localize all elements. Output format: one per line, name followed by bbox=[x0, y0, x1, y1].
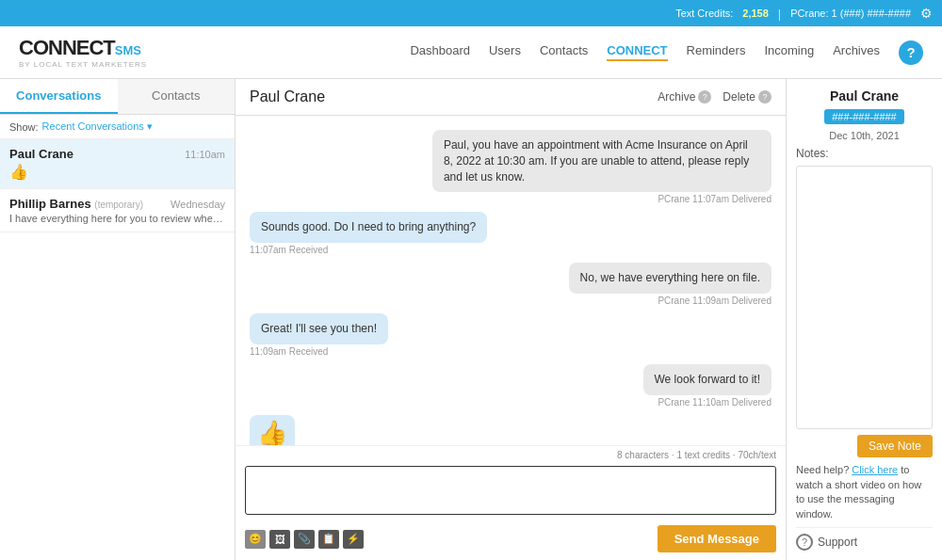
show-dropdown[interactable]: Recent Conversations ▾ bbox=[42, 120, 153, 133]
notes-label: Notes: bbox=[796, 147, 933, 160]
chat-header-actions: Archive ? Delete ? bbox=[658, 90, 771, 104]
support-label: Support bbox=[818, 536, 857, 549]
nav-bar: CONNECTSMS BY LOCAL TEXT MARKETERS Dashb… bbox=[0, 26, 942, 79]
chat-header: Paul Crane Archive ? Delete ? bbox=[236, 79, 786, 116]
contact-phone: ###-###-#### bbox=[824, 109, 904, 124]
delete-help-icon: ? bbox=[758, 90, 771, 104]
gear-icon[interactable]: ⚙ bbox=[920, 6, 933, 21]
message-bubble: Great! I'll see you then! bbox=[250, 313, 388, 344]
message-bubble: Sounds good. Do I need to bring anything… bbox=[250, 212, 487, 243]
list-item[interactable]: Paul Crane 11:10am 👍 bbox=[0, 139, 235, 189]
message-meta: PCrane 11:09am Delivered bbox=[658, 296, 771, 306]
tab-bar: Conversations Contacts bbox=[0, 79, 235, 115]
message-input-area bbox=[236, 462, 786, 521]
delete-button[interactable]: Delete ? bbox=[723, 90, 771, 104]
char-counter: 8 characters · 1 text credits · 70ch/tex… bbox=[236, 445, 786, 462]
contact-date: Dec 10th, 2021 bbox=[796, 130, 933, 141]
tab-contacts[interactable]: Contacts bbox=[118, 79, 236, 114]
conv-name: Phillip Barnes (temporary) bbox=[9, 197, 143, 211]
contact-name: Paul Crane bbox=[796, 88, 933, 104]
notes-textarea[interactable] bbox=[796, 166, 933, 429]
nav-contacts[interactable]: Contacts bbox=[540, 43, 588, 61]
conv-name: Paul Crane bbox=[9, 147, 73, 161]
conv-preview: I have everything here for you to review… bbox=[9, 213, 225, 224]
user-info: PCrane: 1 (###) ###-#### bbox=[790, 8, 911, 19]
logo: CONNECTSMS BY LOCAL TEXT MARKETERS bbox=[19, 36, 147, 69]
divider: | bbox=[778, 7, 781, 21]
messages-area: Paul, you have an appointment with Acme … bbox=[236, 116, 786, 445]
nav-links: Dashboard Users Contacts CONNECT Reminde… bbox=[410, 40, 923, 65]
message-bubble: Paul, you have an appointment with Acme … bbox=[432, 130, 771, 192]
image-icon[interactable]: 🖼 bbox=[269, 530, 290, 549]
credits-label: Text Credits: bbox=[675, 8, 733, 19]
message-group: No, we have everything here on file. PCr… bbox=[250, 263, 771, 306]
help-button[interactable]: ? bbox=[899, 40, 923, 65]
message-group: Great! I'll see you then! 11:09am Receiv… bbox=[250, 313, 771, 357]
message-bubble: No, we have everything here on file. bbox=[569, 263, 771, 294]
main-area: Conversations Contacts Show: Recent Conv… bbox=[0, 79, 942, 560]
conversation-list: Paul Crane 11:10am 👍 Phillip Barnes (tem… bbox=[0, 139, 235, 560]
nav-archives[interactable]: Archives bbox=[833, 43, 880, 61]
nav-dashboard[interactable]: Dashboard bbox=[410, 43, 470, 61]
message-group: 👍 11:10am Received bbox=[250, 415, 771, 445]
top-bar: Text Credits: 2,158 | PCrane: 1 (###) ##… bbox=[0, 0, 942, 26]
right-panel: Paul Crane ###-###-#### Dec 10th, 2021 N… bbox=[787, 79, 942, 560]
archive-button[interactable]: Archive ? bbox=[658, 90, 711, 104]
support-icon: ? bbox=[796, 534, 813, 551]
archive-help-icon: ? bbox=[698, 90, 711, 104]
message-group: Sounds good. Do I need to bring anything… bbox=[250, 212, 771, 255]
lightning-icon[interactable]: ⚡ bbox=[343, 530, 364, 549]
left-panel: Conversations Contacts Show: Recent Conv… bbox=[0, 79, 236, 560]
help-link[interactable]: Click here bbox=[852, 464, 898, 475]
message-input[interactable] bbox=[245, 466, 776, 515]
conv-preview: 👍 bbox=[9, 163, 225, 181]
chat-contact-name: Paul Crane bbox=[250, 88, 325, 105]
message-group: Paul, you have an appointment with Acme … bbox=[250, 130, 771, 204]
message-meta: 11:07am Received bbox=[250, 245, 328, 255]
logo-main: CONNECT bbox=[19, 36, 115, 59]
list-item[interactable]: Phillip Barnes (temporary) Wednesday I h… bbox=[0, 189, 235, 232]
tab-conversations[interactable]: Conversations bbox=[0, 79, 118, 114]
nav-reminders[interactable]: Reminders bbox=[687, 43, 746, 61]
message-meta: 11:09am Received bbox=[250, 346, 328, 357]
message-meta: PCrane 11:07am Delivered bbox=[658, 194, 771, 204]
show-label: Show: bbox=[9, 121, 39, 133]
message-bubble: We look forward to it! bbox=[643, 364, 772, 395]
attachment-icon[interactable]: 📎 bbox=[294, 530, 315, 549]
logo-sms: SMS bbox=[115, 43, 141, 57]
toolbar-icons: 😊 🖼 📎 📋 ⚡ bbox=[245, 530, 364, 549]
support-bar[interactable]: ? Support bbox=[796, 527, 933, 551]
conv-time: Wednesday bbox=[171, 199, 225, 210]
message-bubble: 👍 bbox=[250, 415, 295, 445]
input-toolbar: 😊 🖼 📎 📋 ⚡ Send Message bbox=[236, 521, 786, 560]
template-icon[interactable]: 📋 bbox=[318, 530, 339, 549]
save-note-button[interactable]: Save Note bbox=[857, 435, 933, 457]
credits-value: 2,158 bbox=[742, 8, 769, 19]
nav-incoming[interactable]: Incoming bbox=[764, 43, 814, 61]
conv-time: 11:10am bbox=[185, 149, 225, 160]
nav-users[interactable]: Users bbox=[489, 43, 521, 61]
help-text: Need help? Click here to watch a short v… bbox=[796, 463, 933, 521]
chat-panel: Paul Crane Archive ? Delete ? Paul, you … bbox=[236, 79, 787, 560]
show-bar: Show: Recent Conversations ▾ bbox=[0, 115, 235, 139]
send-message-button[interactable]: Send Message bbox=[658, 525, 776, 552]
nav-connect[interactable]: CONNECT bbox=[607, 43, 667, 61]
emoji-icon[interactable]: 😊 bbox=[245, 530, 266, 549]
message-meta: PCrane 11:10am Delivered bbox=[658, 397, 771, 408]
logo-subtitle: BY LOCAL TEXT MARKETERS bbox=[19, 60, 147, 69]
message-group: We look forward to it! PCrane 11:10am De… bbox=[250, 364, 771, 408]
